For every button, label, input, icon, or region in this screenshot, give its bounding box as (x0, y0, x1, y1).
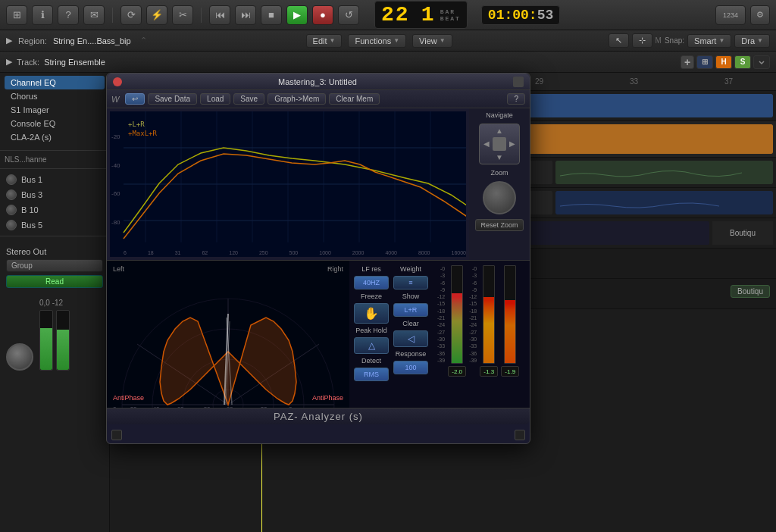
expand-btn[interactable] (753, 55, 770, 69)
bus1-item[interactable]: Bus 1 (0, 172, 109, 187)
console-eq-item[interactable]: Console EQ (5, 117, 105, 130)
b10-item[interactable]: B 10 (0, 202, 109, 217)
bus1-knob[interactable] (6, 174, 17, 185)
show-lr-btn[interactable]: L+R (393, 303, 428, 317)
freeze-label: Freeze (354, 293, 389, 300)
plugin-scroll-left[interactable] (111, 430, 122, 440)
functions-menu[interactable]: Functions ▼ (348, 34, 406, 48)
info-icon-btn[interactable]: ℹ (32, 5, 53, 25)
plugin-title: Mastering_3: Untitled (252, 77, 383, 86)
h-btn[interactable]: H (715, 55, 732, 69)
edit-menu[interactable]: Edit ▼ (306, 34, 343, 48)
plugin-scroll-right[interactable] (515, 430, 525, 440)
channel-strip: Channel EQ Chorus S1 Imager Console EQ C… (0, 73, 109, 147)
svg-text:0: 0 (289, 405, 293, 408)
plugin-bottom-bar: PAZ- Analyzer (s) (107, 408, 530, 424)
clear-btn[interactable]: ◁ (393, 330, 428, 347)
pointer-tool[interactable]: ↖ (609, 33, 629, 48)
meter-1-fill (452, 293, 462, 363)
mixer-icon-btn[interactable]: ⚡ (146, 5, 167, 25)
x-label-31: 31 (175, 250, 181, 255)
fader-left[interactable] (39, 310, 53, 371)
loop-icon-btn[interactable]: ⟳ (120, 5, 142, 25)
plugin-expand-btn[interactable] (513, 77, 524, 87)
meter-3-value: -1.9 (501, 366, 519, 377)
zoom-label: Zoom (490, 169, 508, 177)
track-content-guitar06[interactable] (555, 161, 774, 184)
freeze-btn[interactable]: ✋ (354, 303, 389, 324)
navigate-pad[interactable]: ▲ ◀ ▶ ▼ (479, 124, 520, 164)
save-data-btn[interactable]: Save Data (148, 93, 197, 105)
reset-zoom-btn[interactable]: Reset Zoom (475, 219, 523, 231)
chorus-item[interactable]: Chorus (5, 89, 105, 103)
load-btn[interactable]: Load (200, 93, 230, 105)
read-btn[interactable]: Read (6, 275, 103, 288)
bus3-item[interactable]: Bus 3 (0, 187, 109, 202)
snap-label: Snap: (665, 36, 684, 45)
level-knob[interactable] (6, 343, 33, 371)
ruler-37: 37 (681, 77, 776, 86)
clear-label: Clear (393, 320, 428, 327)
lf-res-value[interactable]: 40HZ (354, 276, 389, 289)
clear-mem-btn[interactable]: Clear Mem (329, 93, 380, 105)
group-btn[interactable]: Group (6, 259, 103, 272)
nls-label: NLS...hanne (0, 154, 109, 165)
response-label: Response (393, 350, 428, 358)
plugin-undo-btn[interactable]: ↩ (125, 93, 145, 105)
scissors-icon-btn[interactable]: ✂ (172, 5, 193, 25)
view-menu[interactable]: View ▼ (412, 34, 452, 48)
b10-knob[interactable] (6, 205, 17, 215)
bus3-knob[interactable] (6, 189, 17, 200)
graph-mem-btn[interactable]: Graph->Mem (268, 93, 326, 105)
meter-2-fill (483, 297, 494, 363)
minutes: 00 (512, 8, 529, 23)
level-value: 0,0 -12 (39, 299, 70, 307)
main-area: Channel EQ Chorus S1 Imager Console EQ C… (0, 73, 776, 532)
rewind-btn[interactable]: ⏮ (209, 5, 230, 25)
x-label-4k: 4000 (385, 250, 397, 255)
peak-hold-btn[interactable]: △ (354, 337, 389, 354)
plugin-close-btn[interactable] (113, 77, 122, 86)
s1-imager-item[interactable]: S1 Imager (5, 103, 105, 117)
boutiqu-region: Boutiqu (731, 285, 770, 298)
bus5-item[interactable]: Bus 5 (0, 217, 109, 233)
seconds: 53 (537, 8, 554, 23)
boutiqu-label: Boutiqu (712, 221, 773, 245)
peak-hold-label: Peak Hold (354, 327, 389, 334)
drag-mode[interactable]: Dra ▼ (734, 34, 770, 48)
channel-eq-item[interactable]: Channel EQ (5, 76, 105, 89)
s-btn[interactable]: S (734, 55, 751, 69)
mail-icon-btn[interactable]: ✉ (83, 5, 105, 25)
play-btn[interactable]: ▶ (286, 5, 308, 25)
fast-forward-btn[interactable]: ⏭ (235, 5, 256, 25)
track-content-bass104[interactable] (555, 191, 774, 214)
fader-right[interactable] (56, 310, 70, 371)
window-icon-btn[interactable]: ⊞ (6, 5, 27, 25)
snap-value[interactable]: Smart ▼ (687, 34, 731, 48)
bus5-knob[interactable] (6, 220, 17, 230)
guitar06-waveform (560, 161, 769, 184)
prefs-btn[interactable]: ⚙ (750, 5, 770, 25)
record-btn[interactable]: ● (312, 5, 333, 25)
weight-btn[interactable]: ≡ (393, 276, 428, 289)
marquee-tool[interactable]: ⊹ (632, 33, 652, 48)
region-bar: ▶ Region: String En....Bass_bip ⌃ Edit ▼… (0, 30, 776, 52)
meter-3: -1.9 (501, 265, 519, 377)
controls-panel: LF res 40HZ Freeze ✋ Peak Hold △ Detect … (349, 261, 530, 408)
cla2a-item[interactable]: CLA-2A (s) (5, 130, 105, 144)
stop-btn[interactable]: ■ (261, 5, 282, 25)
x-label-500: 500 (289, 250, 299, 255)
track-name: String Ensemble (44, 58, 105, 67)
weight-label: Weight (393, 265, 428, 273)
response-value[interactable]: 100 (393, 361, 428, 374)
add-track-btn[interactable]: + (681, 55, 694, 69)
spectrum-area: +L+R +MaxL+R -20 -40 -60 -80 6 18 31 62 … (107, 108, 530, 260)
cycle-btn[interactable]: ↺ (338, 5, 359, 25)
plugin-help-btn[interactable]: ? (507, 93, 525, 105)
zoom-knob[interactable] (483, 181, 516, 214)
stereo-out-section: Stereo Out Group Read (0, 243, 109, 293)
rms-btn[interactable]: RMS (354, 368, 389, 381)
help-icon-btn[interactable]: ? (58, 5, 79, 25)
track-option-btn[interactable]: ⊞ (696, 55, 713, 69)
save-btn[interactable]: Save (233, 93, 264, 105)
